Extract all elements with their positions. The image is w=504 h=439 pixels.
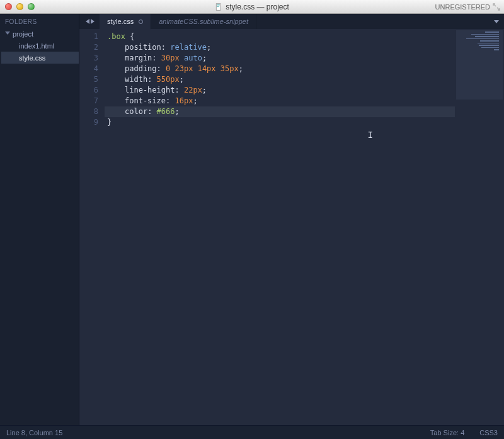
sidebar-item-label: project [13,30,33,38]
statusbar: Line 8, Column 15 Tab Size: 4 CSS3 [0,425,504,439]
sidebar-header: FOLDERS [0,14,79,28]
code-line: width: 550px; [107,74,455,85]
tabstrip: style.css animateCSS.sublime-snippet [79,14,504,29]
folder-tree[interactable]: project index1.html style.css [0,28,79,64]
status-tab-size[interactable]: Tab Size: 4 [430,429,464,436]
line-number: 8 [79,106,98,117]
forward-icon[interactable] [91,19,96,24]
minimap[interactable] [455,29,504,425]
line-number: 5 [79,74,98,85]
svg-rect-0 [216,3,220,10]
code-line: padding: 0 23px 14px 35px; [107,64,455,74]
code-line: margin: 30px auto; [107,53,455,64]
tab-label: animateCSS.sublime-snippet [159,18,248,25]
close-icon[interactable] [139,20,143,24]
code-editor[interactable]: .box { position: relative; margin: 30px … [105,29,455,425]
text-cursor-icon: I [368,130,373,140]
line-number: 7 [79,96,98,106]
tab-label: style.css [107,18,134,25]
line-number: 3 [79,53,98,64]
line-number: 1 [79,31,98,42]
sidebar-item-index1-html[interactable]: index1.html [1,40,79,52]
minimize-window-button[interactable] [16,3,23,10]
tab-animatecss-snippet[interactable]: animateCSS.sublime-snippet [151,14,256,29]
status-cursor-position[interactable]: Line 8, Column 15 [6,429,62,436]
code-line: .box { [107,31,455,42]
title-right: UNREGISTERED [435,3,504,11]
zoom-window-button[interactable] [28,3,35,10]
close-window-button[interactable] [5,3,12,10]
file-icon [215,3,222,11]
back-icon[interactable] [84,19,89,24]
line-number: 9 [79,117,98,128]
sidebar-item-project[interactable]: project [1,28,79,40]
code-line: color: #666; [105,106,455,117]
tab-history-nav [79,14,100,29]
code-row: 1 2 3 4 5 6 7 8 9 .box { position: relat… [79,29,504,425]
window-title: style.css — project [0,3,504,11]
minimap-content [466,31,499,50]
sidebar-item-label: index1.html [19,42,54,50]
tab-style-css[interactable]: style.css [100,14,151,29]
status-syntax[interactable]: CSS3 [479,429,498,436]
tab-overflow[interactable] [494,14,504,29]
svg-rect-3 [217,6,219,7]
line-gutter[interactable]: 1 2 3 4 5 6 7 8 9 [79,29,105,425]
code-line: font-size: 16px; [107,96,455,106]
traffic-lights [0,3,35,10]
main: FOLDERS project index1.html style.css st… [0,14,504,425]
code-line: line-height: 22px; [107,85,455,96]
svg-rect-2 [217,5,220,6]
code-line: position: relative; [107,42,455,53]
sidebar: FOLDERS project index1.html style.css [0,14,79,425]
sidebar-item-label: style.css [19,54,45,62]
line-number: 6 [79,85,98,96]
line-number: 2 [79,42,98,53]
code-line: } [107,117,455,128]
editor-area: style.css animateCSS.sublime-snippet 1 2… [79,14,504,425]
line-number: 4 [79,64,98,74]
window-title-text: style.css — project [226,3,289,11]
svg-rect-1 [217,4,220,5]
sidebar-item-style-css[interactable]: style.css [1,52,79,64]
chevron-down-icon [5,31,10,37]
titlebar: style.css — project UNREGISTERED [0,0,504,14]
unregistered-label: UNREGISTERED [435,3,490,11]
fullscreen-icon[interactable] [493,3,500,11]
chevron-down-icon [494,20,499,23]
